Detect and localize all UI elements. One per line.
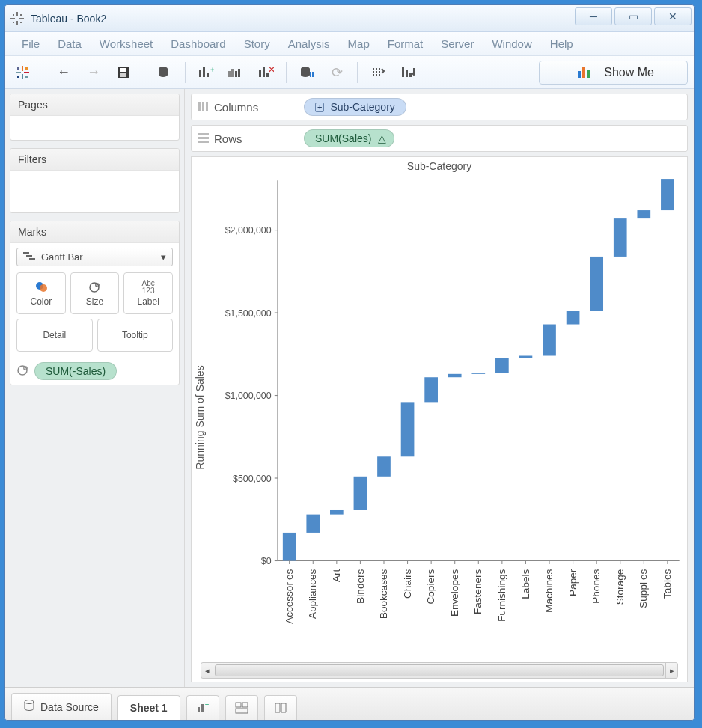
new-dashboard-tab[interactable] <box>225 695 258 720</box>
svg-rect-10 <box>16 72 21 73</box>
svg-rect-75 <box>306 515 320 533</box>
data-source-button[interactable] <box>153 61 176 84</box>
mark-type-select[interactable]: Gantt Bar ▾ <box>16 248 173 266</box>
scroll-left-button[interactable]: ◂ <box>201 663 213 678</box>
marks-detail[interactable]: Detail <box>16 319 93 352</box>
svg-rect-43 <box>582 67 585 78</box>
columns-label: Columns <box>214 101 258 114</box>
tableau-logo-button[interactable] <box>11 61 34 84</box>
horizontal-scrollbar[interactable]: ◂ ▸ <box>201 662 678 679</box>
rows-pill[interactable]: SUM(Sales) △ <box>304 129 394 147</box>
rows-icon <box>198 132 210 145</box>
svg-text:Art: Art <box>332 569 342 582</box>
svg-text:Furnishings: Furnishings <box>497 569 507 622</box>
pill-label: SUM(Sales) <box>315 132 371 144</box>
columns-shelf[interactable]: Columns + Sub-Category <box>191 94 688 120</box>
chevron-down-icon: ▾ <box>161 251 166 263</box>
pause-auto-updates-button[interactable] <box>296 61 318 84</box>
show-me-button[interactable]: Show Me <box>539 61 688 85</box>
svg-text:$500,000: $500,000 <box>233 472 272 484</box>
svg-rect-57 <box>198 133 209 135</box>
marks-label[interactable]: Abc123 Label <box>123 272 173 314</box>
svg-rect-38 <box>312 72 314 77</box>
pages-header: Pages <box>10 94 179 116</box>
menu-help[interactable]: Help <box>541 34 582 53</box>
app-window: Tableau - Book2 ─ ▭ ✕ File Data Workshee… <box>4 4 695 721</box>
menu-window[interactable]: Window <box>483 34 540 53</box>
svg-rect-15 <box>25 76 28 78</box>
svg-rect-55 <box>202 102 204 111</box>
svg-rect-117 <box>637 210 650 218</box>
window-title: Tableau - Book2 <box>31 13 106 25</box>
chart-canvas[interactable]: $0$500,000$1,000,000$1,500,000$2,000,000… <box>208 172 687 662</box>
maximize-button[interactable]: ▭ <box>614 7 652 25</box>
svg-rect-22 <box>199 70 201 77</box>
svg-text:＋: ＋ <box>204 702 210 708</box>
duplicate-sheet-button[interactable] <box>225 61 247 84</box>
new-story-tab[interactable] <box>264 695 297 720</box>
menu-dashboard[interactable]: Dashboard <box>162 34 234 53</box>
new-worksheet-tab[interactable]: ＋ <box>186 695 219 720</box>
marks-color[interactable]: Color <box>16 272 66 314</box>
marks-panel: Marks Gantt Bar ▾ <box>10 221 180 385</box>
toolbar-separator <box>43 62 43 83</box>
scrollbar-thumb[interactable] <box>215 664 664 676</box>
svg-rect-84 <box>377 456 391 477</box>
clear-sheet-button[interactable]: ✕ <box>254 61 277 84</box>
forward-button[interactable]: → <box>82 61 105 84</box>
menu-file[interactable]: File <box>13 34 49 53</box>
refresh-button[interactable]: ⟳ <box>326 61 348 84</box>
tab-sheet-1[interactable]: Sheet 1 <box>117 695 180 720</box>
svg-rect-27 <box>231 69 234 77</box>
save-button[interactable] <box>112 61 135 84</box>
svg-rect-47 <box>29 258 35 260</box>
new-worksheet-button[interactable]: ＋ <box>195 61 217 84</box>
svg-text:$0: $0 <box>261 554 272 566</box>
columns-pill[interactable]: + Sub-Category <box>304 98 406 116</box>
svg-rect-18 <box>120 73 126 77</box>
marks-size[interactable]: Size <box>70 272 120 314</box>
filters-shelf[interactable] <box>10 171 179 212</box>
svg-rect-87 <box>401 402 415 456</box>
svg-rect-8 <box>22 66 23 71</box>
svg-rect-31 <box>263 67 265 77</box>
toolbar-separator <box>357 62 358 83</box>
pages-shelf[interactable] <box>10 116 179 140</box>
sum-neg-sales-pill[interactable]: SUM(-Sales) <box>34 362 117 380</box>
svg-text:$1,500,000: $1,500,000 <box>225 307 272 319</box>
svg-text:Fasteners: Fasteners <box>473 569 483 614</box>
svg-text:Binders: Binders <box>355 569 365 603</box>
bottom-tabs: Data Source Sheet 1 ＋ <box>5 687 694 720</box>
svg-rect-59 <box>198 141 209 143</box>
svg-rect-90 <box>424 377 438 402</box>
swap-button[interactable] <box>367 61 389 84</box>
close-button[interactable]: ✕ <box>654 7 692 25</box>
menu-data[interactable]: Data <box>49 34 91 53</box>
rows-shelf[interactable]: Rows SUM(Sales) △ <box>191 125 688 152</box>
menu-analysis[interactable]: Analysis <box>279 34 339 53</box>
marks-tooltip[interactable]: Tooltip <box>97 319 174 352</box>
minimize-button[interactable]: ─ <box>575 7 612 25</box>
svg-rect-11 <box>24 72 29 73</box>
tab-data-source[interactable]: Data Source <box>11 693 112 720</box>
svg-text:$2,000,000: $2,000,000 <box>225 224 272 236</box>
svg-rect-108 <box>567 311 580 325</box>
svg-rect-4 <box>13 14 14 16</box>
menu-worksheet[interactable]: Worksheet <box>91 34 162 53</box>
menu-map[interactable]: Map <box>339 34 379 53</box>
svg-rect-5 <box>20 14 22 16</box>
color-icon <box>35 281 47 294</box>
back-button[interactable]: ← <box>52 61 75 84</box>
svg-rect-17 <box>120 68 126 72</box>
svg-text:Paper: Paper <box>567 569 578 596</box>
scroll-right-button[interactable]: ▸ <box>665 663 677 678</box>
main-area: Pages Filters Marks Gantt Bar <box>5 89 694 687</box>
size-icon <box>88 281 100 294</box>
svg-text:Supplies: Supplies <box>638 569 649 608</box>
menu-story[interactable]: Story <box>235 34 279 53</box>
menu-format[interactable]: Format <box>379 34 433 53</box>
sort-button[interactable] <box>397 61 419 84</box>
svg-rect-39 <box>402 67 404 77</box>
menu-server[interactable]: Server <box>432 34 483 53</box>
marks-header: Marks <box>10 221 179 243</box>
